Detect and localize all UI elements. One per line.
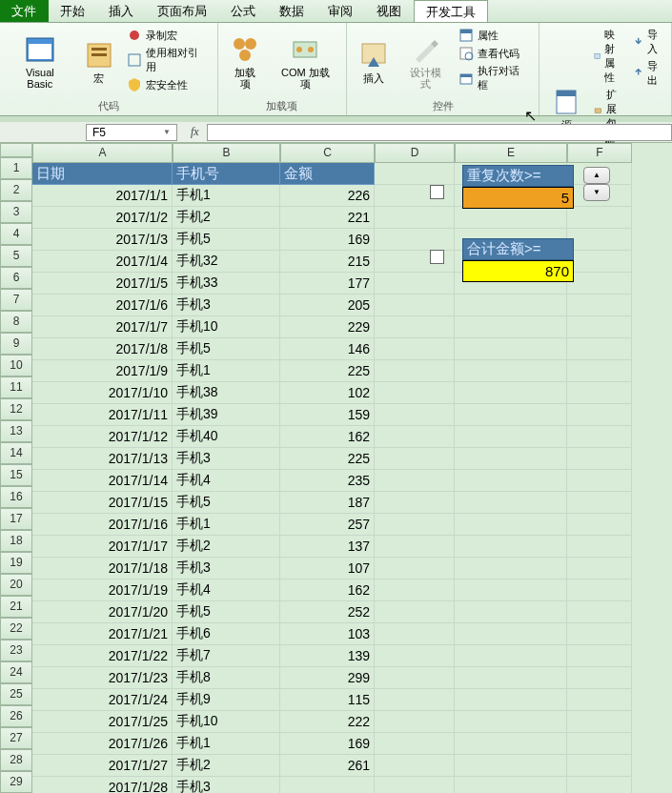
cell[interactable]: 手机32 bbox=[173, 251, 280, 273]
cell[interactable]: 手机2 bbox=[173, 207, 280, 229]
cell[interactable] bbox=[567, 360, 632, 382]
cell[interactable] bbox=[375, 580, 455, 601]
cell[interactable]: 162 bbox=[280, 426, 375, 448]
cell[interactable] bbox=[375, 755, 455, 777]
cell[interactable] bbox=[455, 711, 567, 733]
cell[interactable]: 2017/1/9 bbox=[32, 360, 173, 382]
cell[interactable]: 手机2 bbox=[173, 755, 280, 777]
row-header[interactable]: 12 bbox=[0, 398, 32, 420]
cell[interactable]: 257 bbox=[280, 514, 375, 536]
cell[interactable]: 2017/1/11 bbox=[32, 404, 173, 426]
tab-item[interactable]: 开发工具 bbox=[414, 0, 488, 22]
cell[interactable] bbox=[567, 207, 632, 229]
cell[interactable] bbox=[375, 558, 455, 580]
cell[interactable]: 2017/1/21 bbox=[32, 623, 173, 645]
cell[interactable] bbox=[455, 601, 567, 623]
cell[interactable]: 261 bbox=[280, 755, 375, 777]
cell[interactable] bbox=[455, 667, 567, 689]
cell[interactable] bbox=[567, 229, 632, 251]
cell[interactable]: 2017/1/4 bbox=[32, 251, 173, 273]
cell[interactable]: 手机10 bbox=[173, 316, 280, 338]
cell[interactable]: 2017/1/25 bbox=[32, 711, 173, 733]
design-mode-button[interactable]: 设计模式 bbox=[398, 27, 452, 97]
cell[interactable]: 2017/1/20 bbox=[32, 601, 173, 623]
cell[interactable]: 102 bbox=[280, 382, 375, 404]
header-cell[interactable]: 手机号 bbox=[173, 163, 280, 185]
row-header[interactable]: 9 bbox=[0, 333, 32, 355]
tab-item[interactable]: 审阅 bbox=[316, 0, 365, 22]
cell[interactable]: 137 bbox=[280, 536, 375, 558]
cell[interactable] bbox=[567, 733, 632, 755]
cell[interactable]: 235 bbox=[280, 470, 375, 492]
cell[interactable] bbox=[455, 777, 567, 793]
sum-checkbox[interactable] bbox=[430, 250, 444, 264]
cell[interactable] bbox=[375, 163, 455, 185]
cell[interactable] bbox=[375, 645, 455, 667]
select-all-corner[interactable] bbox=[0, 143, 32, 157]
cell[interactable]: 手机6 bbox=[173, 623, 280, 645]
cell[interactable]: 229 bbox=[280, 316, 375, 338]
cell[interactable] bbox=[455, 514, 567, 536]
row-header[interactable]: 17 bbox=[0, 508, 32, 530]
cell[interactable]: 2017/1/8 bbox=[32, 338, 173, 360]
cell[interactable]: 2017/1/6 bbox=[32, 295, 173, 316]
cell[interactable] bbox=[375, 338, 455, 360]
cell[interactable]: 103 bbox=[280, 623, 375, 645]
cell[interactable] bbox=[567, 295, 632, 316]
com-addins-button[interactable]: COM 加载项 bbox=[271, 27, 341, 97]
fx-icon[interactable]: fx bbox=[191, 125, 199, 139]
cell[interactable]: 226 bbox=[280, 185, 375, 207]
map-props-button[interactable]: 映射属性 bbox=[591, 27, 626, 86]
view-code-button[interactable]: 查看代码 bbox=[456, 45, 533, 62]
row-header[interactable]: 21 bbox=[0, 596, 32, 618]
dropdown-icon[interactable]: ▼ bbox=[163, 128, 171, 136]
row-header[interactable]: 11 bbox=[0, 376, 32, 398]
cell[interactable]: 225 bbox=[280, 360, 375, 382]
cell[interactable]: 169 bbox=[280, 229, 375, 251]
row-header[interactable]: 1 bbox=[0, 157, 32, 179]
row-header[interactable]: 8 bbox=[0, 311, 32, 333]
cell[interactable] bbox=[567, 448, 632, 470]
cell[interactable]: 299 bbox=[280, 667, 375, 689]
cell[interactable]: 手机38 bbox=[173, 382, 280, 404]
cell[interactable] bbox=[455, 404, 567, 426]
column-header[interactable]: A bbox=[32, 143, 173, 163]
cell[interactable] bbox=[375, 623, 455, 645]
cell[interactable] bbox=[455, 623, 567, 645]
cell[interactable] bbox=[455, 360, 567, 382]
cell[interactable] bbox=[567, 645, 632, 667]
cell[interactable]: 手机4 bbox=[173, 470, 280, 492]
cell[interactable]: 手机1 bbox=[173, 185, 280, 207]
cell[interactable]: 手机39 bbox=[173, 404, 280, 426]
header-cell[interactable]: 金额 bbox=[280, 163, 375, 185]
cell[interactable] bbox=[455, 382, 567, 404]
cell[interactable] bbox=[375, 777, 455, 793]
sum-value-cell[interactable]: 870 bbox=[462, 260, 574, 282]
cell[interactable] bbox=[455, 645, 567, 667]
cell[interactable]: 2017/1/22 bbox=[32, 645, 173, 667]
cell[interactable] bbox=[455, 733, 567, 755]
cell[interactable]: 手机1 bbox=[173, 733, 280, 755]
cell[interactable]: 221 bbox=[280, 207, 375, 229]
cell[interactable] bbox=[375, 316, 455, 338]
row-header[interactable]: 15 bbox=[0, 464, 32, 486]
row-header[interactable]: 27 bbox=[0, 727, 32, 749]
column-header[interactable]: D bbox=[375, 143, 455, 163]
cell[interactable]: 2017/1/23 bbox=[32, 667, 173, 689]
cell[interactable] bbox=[455, 338, 567, 360]
cell[interactable] bbox=[455, 580, 567, 601]
tab-item[interactable]: 公式 bbox=[219, 0, 268, 22]
cell[interactable]: 手机5 bbox=[173, 229, 280, 251]
row-header[interactable]: 26 bbox=[0, 705, 32, 727]
column-header[interactable]: B bbox=[173, 143, 280, 163]
row-header[interactable]: 20 bbox=[0, 574, 32, 596]
cell[interactable] bbox=[375, 689, 455, 711]
cell[interactable] bbox=[375, 733, 455, 755]
cell[interactable] bbox=[455, 755, 567, 777]
cell[interactable] bbox=[375, 601, 455, 623]
cell[interactable] bbox=[375, 360, 455, 382]
cell[interactable]: 2017/1/10 bbox=[32, 382, 173, 404]
cell[interactable] bbox=[455, 492, 567, 514]
row-header[interactable]: 16 bbox=[0, 486, 32, 508]
cell[interactable] bbox=[455, 470, 567, 492]
